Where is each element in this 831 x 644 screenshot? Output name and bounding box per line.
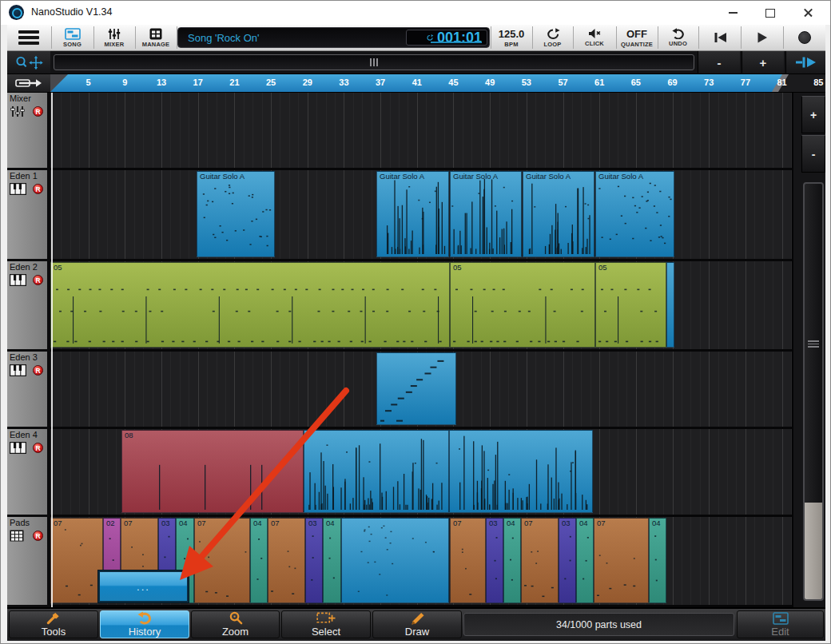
clip-05[interactable]: 05 bbox=[595, 262, 666, 348]
vertical-scrollbar[interactable] bbox=[803, 182, 824, 601]
track-lane-mixer[interactable] bbox=[50, 93, 825, 170]
zoom-tool-button[interactable]: Zoom bbox=[191, 610, 280, 638]
clip-label: 04 bbox=[179, 519, 188, 527]
record-arm-button[interactable]: R bbox=[33, 106, 43, 117]
bpm-value: 125.0 bbox=[499, 28, 525, 40]
timeline-ruler[interactable]: 5913172125293337414549535761656973778185 bbox=[7, 74, 825, 93]
record-arm-button[interactable]: R bbox=[33, 365, 43, 376]
record-arm-button[interactable]: R bbox=[33, 275, 43, 285]
track-zoom-in-button[interactable]: + bbox=[801, 96, 825, 133]
clip[interactable] bbox=[449, 430, 593, 513]
track-header-eden-3[interactable]: Eden 3R bbox=[7, 352, 50, 427]
playhead bbox=[51, 93, 53, 607]
loop-icon bbox=[545, 28, 561, 40]
clip[interactable] bbox=[666, 262, 674, 348]
follow-playhead-button[interactable] bbox=[785, 51, 825, 74]
clip-03[interactable]: 03 bbox=[559, 518, 576, 603]
clip-07[interactable]: 07 bbox=[450, 518, 486, 603]
zoom-out-button[interactable]: - bbox=[698, 51, 740, 74]
song-position-display[interactable]: 001:01 bbox=[406, 30, 487, 46]
clip-07[interactable]: 07 bbox=[268, 518, 305, 603]
track-lane-eden-1[interactable]: Guitar Solo AGuitar Solo AGuitar Solo AG… bbox=[50, 170, 825, 261]
clip-04[interactable]: 04 bbox=[649, 518, 666, 603]
track-header-eden-1[interactable]: Eden 1R bbox=[7, 170, 50, 259]
click-mute-icon bbox=[588, 28, 601, 39]
song-title-display[interactable]: Song 'Rock On' 001:01 bbox=[177, 27, 490, 48]
scrollbar-grip[interactable] bbox=[370, 58, 378, 66]
record-arm-button[interactable]: R bbox=[33, 443, 43, 453]
clip-07[interactable]: 07 bbox=[521, 518, 559, 603]
zoom-pan-tool-button[interactable] bbox=[7, 51, 50, 74]
ruler-number: 73 bbox=[704, 78, 714, 87]
mixer-icon bbox=[107, 28, 121, 40]
select-tool-button[interactable]: Select bbox=[281, 610, 371, 638]
track-lane-eden-2[interactable]: 050505 bbox=[50, 261, 825, 352]
marker-arrow-icon bbox=[15, 78, 42, 89]
draw-tool-button[interactable]: Draw bbox=[372, 610, 462, 638]
clip-guitar-solo-a[interactable]: Guitar Solo A bbox=[450, 171, 522, 257]
clip-guitar-solo-a[interactable]: Guitar Solo A bbox=[523, 171, 594, 257]
track-zoom-out-button[interactable]: - bbox=[801, 135, 825, 173]
vertical-scrollbar-grip[interactable] bbox=[808, 340, 819, 348]
record-arm-button[interactable]: R bbox=[33, 531, 43, 541]
clip-05[interactable]: 05 bbox=[50, 262, 450, 348]
click-button[interactable]: CLICK bbox=[574, 25, 615, 50]
clip-03[interactable]: 03 bbox=[486, 518, 503, 603]
clip-03[interactable]: 03 bbox=[305, 518, 323, 603]
ruler-number: 53 bbox=[522, 78, 531, 87]
bpm-display[interactable]: 125.0 BPM bbox=[491, 25, 531, 50]
maximize-button[interactable] bbox=[753, 1, 788, 25]
record-arm-button[interactable]: R bbox=[33, 184, 43, 194]
track-header-mixer[interactable]: MixerR bbox=[7, 93, 50, 168]
clip-notes bbox=[487, 519, 503, 602]
zoom-in-button[interactable]: + bbox=[742, 51, 784, 74]
clip-label: 07 bbox=[54, 519, 62, 527]
tools-button[interactable]: Tools bbox=[9, 610, 98, 638]
clip-label: Guitar Solo A bbox=[200, 172, 245, 181]
clip-04[interactable]: 04 bbox=[503, 518, 521, 603]
clip-guitar-solo-a[interactable]: Guitar Solo A bbox=[595, 171, 674, 257]
clip-04[interactable]: 04 bbox=[323, 518, 341, 603]
clip-label: 04 bbox=[253, 519, 262, 527]
clip[interactable] bbox=[376, 352, 456, 425]
play-button[interactable] bbox=[742, 25, 783, 50]
undo-button[interactable]: UNDO bbox=[658, 25, 698, 50]
clip-04[interactable]: 04 bbox=[576, 518, 594, 603]
horizontal-scrollbar[interactable] bbox=[54, 54, 694, 70]
clip-guitar-solo-a[interactable]: Guitar Solo A bbox=[376, 171, 449, 257]
quantize-button[interactable]: OFF QUANTIZE bbox=[617, 25, 657, 50]
keyboard-icon bbox=[10, 442, 26, 457]
clip-label: 04 bbox=[579, 519, 588, 527]
track-header-eden-4[interactable]: Eden 4R bbox=[7, 429, 50, 515]
clip-08[interactable]: 08 bbox=[121, 430, 304, 513]
minimize-button[interactable] bbox=[715, 1, 750, 25]
manage-button[interactable]: MANAGE bbox=[136, 25, 176, 50]
clip-guitar-solo-a[interactable]: Guitar Solo A bbox=[197, 171, 275, 257]
clip[interactable] bbox=[304, 430, 449, 513]
track-lane-eden-3[interactable] bbox=[50, 352, 825, 429]
clip[interactable] bbox=[341, 518, 449, 603]
track-header-eden-2[interactable]: Eden 2R bbox=[7, 261, 50, 349]
edit-button[interactable]: Edit bbox=[737, 610, 824, 638]
vertical-scrollbar-thumb[interactable] bbox=[805, 503, 822, 599]
menu-button[interactable] bbox=[7, 25, 50, 50]
skip-start-button[interactable] bbox=[699, 25, 741, 50]
close-button[interactable] bbox=[790, 1, 825, 25]
marker-tool-button[interactable] bbox=[7, 74, 50, 92]
clip-07[interactable]: 07 bbox=[594, 518, 649, 603]
history-popup-button[interactable]: ... bbox=[98, 570, 189, 602]
song-view-button[interactable]: SONG bbox=[52, 25, 93, 50]
clip-notes bbox=[522, 519, 558, 602]
clip-05[interactable]: 05 bbox=[450, 262, 595, 348]
track-header-pads[interactable]: PadsR bbox=[7, 517, 50, 605]
clip-07[interactable]: 07 bbox=[194, 518, 250, 603]
loop-button[interactable]: LOOP bbox=[533, 25, 572, 50]
mixer-view-button[interactable]: MIXER bbox=[94, 25, 134, 50]
plus-label: + bbox=[760, 56, 767, 70]
history-button[interactable]: History bbox=[100, 610, 189, 638]
record-button[interactable] bbox=[784, 25, 825, 50]
zoom-pan-icon bbox=[14, 55, 43, 70]
clip-04[interactable]: 04 bbox=[250, 518, 268, 603]
track-lane-eden-4[interactable]: 08 bbox=[50, 429, 825, 517]
clip-07[interactable]: 07 bbox=[50, 518, 103, 603]
